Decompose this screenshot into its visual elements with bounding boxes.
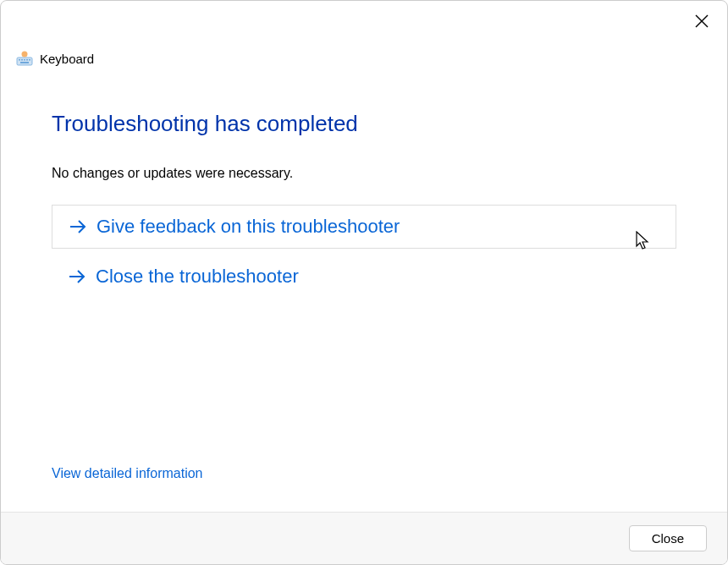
- keyboard-icon: [16, 50, 33, 67]
- feedback-action-label: Give feedback on this troubleshooter: [97, 216, 400, 238]
- svg-rect-7: [29, 59, 30, 61]
- svg-rect-2: [17, 58, 32, 65]
- feedback-action[interactable]: Give feedback on this troubleshooter: [52, 205, 676, 249]
- svg-rect-3: [19, 59, 20, 61]
- close-icon: [695, 14, 709, 28]
- svg-rect-5: [24, 59, 25, 61]
- close-troubleshooter-label: Close the troubleshooter: [96, 266, 299, 288]
- titlebar: Keyboard: [1, 1, 727, 77]
- page-heading: Troubleshooting has completed: [52, 111, 676, 137]
- arrow-right-icon: [68, 217, 88, 237]
- svg-point-9: [22, 52, 28, 58]
- svg-rect-4: [21, 59, 23, 61]
- close-button[interactable]: Close: [629, 525, 707, 551]
- content-area: Troubleshooting has completed No changes…: [1, 111, 727, 293]
- svg-rect-6: [26, 59, 28, 61]
- status-text: No changes or updates were necessary.: [52, 166, 676, 181]
- header-row: Keyboard: [16, 50, 94, 67]
- close-troubleshooter-action[interactable]: Close the troubleshooter: [52, 261, 676, 293]
- window-title: Keyboard: [40, 52, 94, 66]
- window-close-button[interactable]: [692, 11, 712, 31]
- svg-rect-8: [20, 62, 29, 63]
- arrow-right-icon: [67, 266, 87, 287]
- footer-bar: Close: [1, 512, 727, 564]
- view-details-link[interactable]: View detailed information: [52, 466, 202, 481]
